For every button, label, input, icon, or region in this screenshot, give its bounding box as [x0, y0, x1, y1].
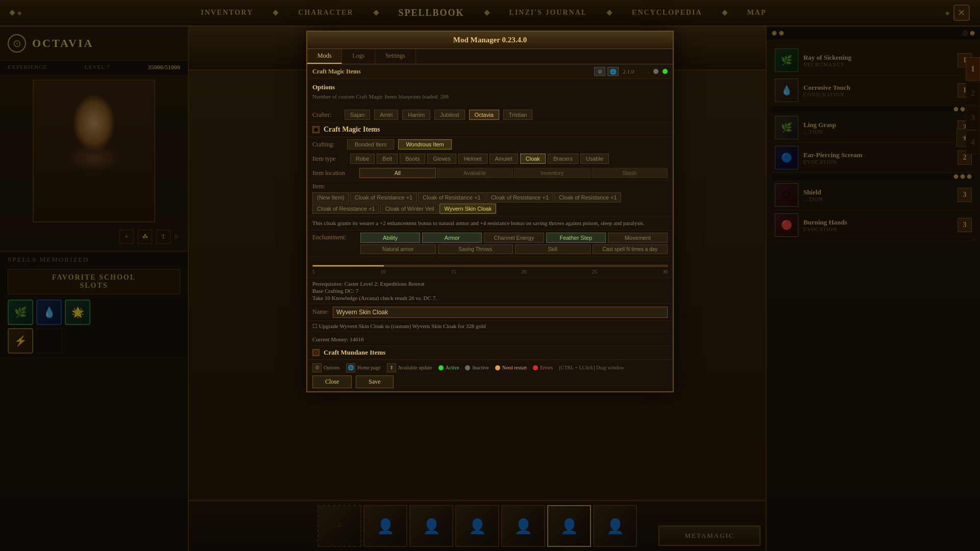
item-type-gloves[interactable]: Gloves [427, 154, 456, 164]
item-cloak-res-1e[interactable]: Cloak of Resistance +1 [312, 204, 379, 214]
item-wyvern-skin-cloak[interactable]: Wyvern Skin Cloak [439, 204, 496, 214]
item-type-helmet[interactable]: Helmet [458, 154, 487, 164]
money-row: Current Money: 14616 [307, 332, 673, 346]
item-type-amulet[interactable]: Amulet [489, 154, 518, 164]
craft-wondrous-item[interactable]: Wondrous Item [398, 139, 451, 149]
item-type-belt[interactable]: Belt [377, 154, 398, 164]
crafter-row: Crafter: Sajan Amiri Harrim Jubilost Oct… [307, 108, 673, 122]
mod-icon-settings[interactable]: ⚙ [594, 67, 605, 76]
item-grid: (New Item) Cloak of Resistance +1 Cloak … [312, 192, 668, 214]
tab-mods[interactable]: Mods [307, 49, 342, 64]
upgrade-row: ☐ Upgrade Wyvern Skin Cloak to (custom) … [307, 321, 673, 332]
modal-overlay: Mod Manager 0.23.4.0 Mods Logs Settings … [0, 0, 980, 551]
item-loc-stash[interactable]: Stash [592, 168, 668, 178]
slider-fill [313, 265, 384, 266]
footer-errors-label: Errors [540, 365, 553, 370]
ench-cast-spell[interactable]: Cast spell N times a day [593, 244, 668, 254]
active-dot [438, 365, 444, 370]
upgrade-text[interactable]: ☐ Upgrade Wyvern Skin Cloak to (custom) … [312, 323, 668, 330]
ench-skill[interactable]: Skill [515, 244, 591, 254]
footer-home[interactable]: 🌐 Home page [346, 363, 381, 372]
mod-icon-web[interactable]: 🌐 [607, 67, 619, 76]
item-selection-area: Item: (New Item) Cloak of Resistance +1 … [307, 181, 673, 216]
item-loc-all[interactable]: All [359, 168, 436, 178]
home-icon: 🌐 [346, 363, 355, 372]
inactive-dot [465, 365, 470, 370]
item-cloak-res-1a[interactable]: Cloak of Resistance +1 [350, 192, 417, 203]
enchantment-row: Enchantment: Ability Armor Channel Energ… [312, 233, 668, 243]
ench-channel-energy[interactable]: Channel Energy [484, 233, 544, 243]
item-loc-inventory[interactable]: Inventory [514, 168, 591, 178]
item-cloak-res-1b[interactable]: Cloak of Resistance +1 [418, 192, 485, 203]
ctrl-hint: [CTRL + LClick] Drag window [559, 365, 624, 370]
footer-update[interactable]: ⬆ Available update [387, 363, 432, 372]
item-type-label: Item type [312, 155, 348, 163]
footer-errors: Errors [533, 365, 553, 370]
mod-entry-craft-magic: Craft Magic Items ⚙ 🌐 2.1.0 - [307, 64, 673, 79]
close-button[interactable]: Close [312, 375, 352, 388]
craft-mundane-checkbox[interactable]: ○ [312, 349, 320, 356]
crafter-jubilost[interactable]: Jubilost [434, 110, 464, 120]
tab-logs[interactable]: Logs [342, 49, 375, 64]
item-location-label: Item location [312, 169, 358, 177]
save-button[interactable]: Save [356, 375, 393, 388]
ench-feather-step[interactable]: Feather Step [546, 233, 606, 243]
crafter-sajan[interactable]: Sajan [345, 110, 370, 120]
ench-ability[interactable]: Ability [360, 233, 420, 243]
ench-saving-throws[interactable]: Saving Throws [438, 244, 513, 254]
crafting-label: Crafting: [312, 141, 343, 148]
item-type-row: Item type Robe Belt Boots Gloves Helmet … [307, 152, 673, 166]
craft-mundane-title: Craft Mundane Items [324, 348, 385, 357]
crafter-amiri[interactable]: Amiri [374, 110, 398, 120]
prereq-check: Take 10 Knowledge (Arcana) check result … [312, 295, 668, 301]
prereq-dc: Base Crafting DC: 7 [312, 288, 668, 294]
crafter-tristian[interactable]: Tristian [503, 110, 533, 120]
ench-movement[interactable]: Movement [608, 233, 668, 243]
options-title: Options [312, 83, 668, 91]
level-slider-area: 5 10 15 20 25 30 [307, 257, 673, 278]
name-row: Name: [307, 304, 673, 321]
crafting-row: Crafting: Bonded Item Wondrous Item [307, 137, 673, 152]
slider-label-10: 10 [380, 269, 385, 274]
footer-inactive-label: Inactive [472, 365, 488, 370]
enchantment-label: Enchantment: [312, 234, 358, 241]
crafter-harrim[interactable]: Harrim [402, 110, 430, 120]
mod-separator: - [647, 68, 649, 74]
item-type-robe[interactable]: Robe [350, 154, 375, 164]
modal-footer: ⚙ Options 🌐 Home page ⬆ Available update… [307, 360, 673, 391]
mod-manager-dialog: Mod Manager 0.23.4.0 Mods Logs Settings … [306, 31, 674, 392]
restart-dot [495, 365, 500, 370]
item-cloak-res-1c[interactable]: Cloak of Resistance +1 [486, 192, 553, 203]
name-label: Name: [312, 308, 329, 316]
footer-options[interactable]: ⚙ Options [312, 363, 340, 372]
name-input[interactable] [333, 307, 668, 318]
crafter-octavia[interactable]: Octavia [469, 110, 499, 120]
tab-settings[interactable]: Settings [375, 49, 416, 64]
upgrade-checkbox[interactable]: ☐ [312, 323, 319, 329]
status-dot-green [663, 69, 668, 74]
item-type-boots[interactable]: Boots [400, 154, 425, 164]
craft-magic-checkbox[interactable]: ● [312, 126, 320, 133]
craft-magic-header: ● Craft Magic Items [307, 122, 673, 137]
enchantment-section: Enchantment: Ability Armor Channel Energ… [307, 231, 673, 257]
money-text: Current Money: 14616 [312, 336, 364, 342]
item-type-cloak[interactable]: Cloak [520, 154, 546, 164]
item-type-usable[interactable]: Usable [580, 154, 609, 164]
enchantment-sub-row: Natural armor Saving Throws Skill Cast s… [312, 244, 668, 254]
ench-natural-armor[interactable]: Natural armor [360, 244, 436, 254]
slider-label-25: 25 [592, 269, 597, 274]
item-description: This cloak grants its wearer a +2 enhanc… [307, 216, 673, 231]
footer-buttons: Close Save [312, 375, 668, 388]
item-cloak-winter-veil[interactable]: Cloak of Winter Veil [380, 204, 438, 214]
mod-name-label: Craft Magic Items [312, 68, 590, 76]
craft-bonded-item[interactable]: Bonded Item [347, 139, 394, 149]
errors-dot [533, 365, 538, 370]
ench-armor[interactable]: Armor [422, 233, 482, 243]
slider-label-5: 5 [312, 269, 315, 274]
footer-options-label: Options [324, 365, 340, 370]
footer-restart-label: Need restart [502, 365, 527, 370]
item-new[interactable]: (New Item) [312, 192, 349, 203]
item-loc-available[interactable]: Avaliable [437, 168, 513, 178]
item-cloak-res-1d[interactable]: Cloak of Resistance +1 [554, 192, 621, 203]
item-type-bracers[interactable]: Bracers [548, 154, 578, 164]
